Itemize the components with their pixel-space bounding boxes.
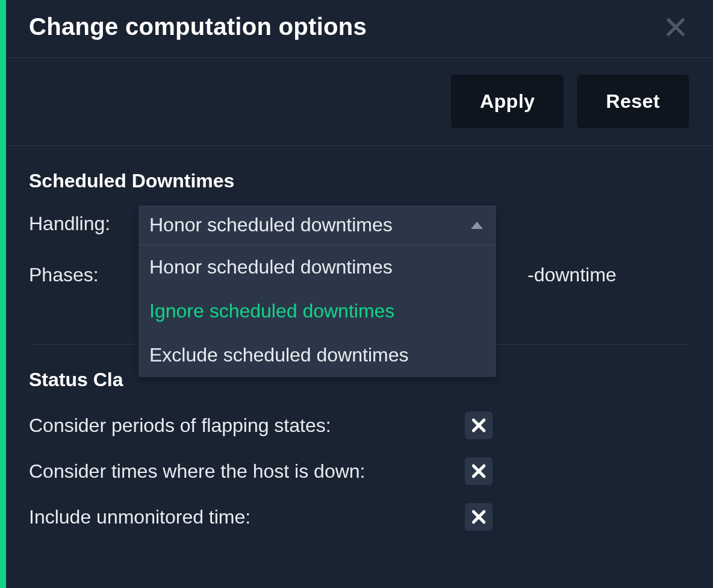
handling-option-exclude[interactable]: Exclude scheduled downtimes — [139, 333, 496, 377]
checkbox-host-down[interactable] — [465, 457, 493, 485]
accent-bar — [0, 0, 6, 588]
caret-up-icon — [471, 222, 483, 229]
handling-option-ignore[interactable]: Ignore scheduled downtimes — [139, 289, 496, 333]
actions-row: Apply Reset — [6, 58, 713, 146]
handling-option-honor[interactable]: Honor scheduled downtimes — [139, 245, 496, 289]
handling-dropdown-selected-text: Honor scheduled downtimes — [149, 214, 393, 236]
dialog-header: Change computation options — [6, 0, 713, 58]
status-row-host-down: Consider times where the host is down: — [29, 457, 689, 485]
status-row-unmonitored: Include unmonitored time: — [29, 503, 689, 531]
phases-value-suffix: -downtime — [528, 264, 617, 286]
status-row-flapping: Consider periods of flapping states: — [29, 411, 689, 439]
scheduled-downtimes-section: Scheduled Downtimes Handling: Honor sche… — [6, 146, 713, 345]
dialog-title: Change computation options — [29, 13, 367, 40]
status-label-unmonitored: Include unmonitored time: — [29, 506, 251, 528]
handling-label: Handling: — [29, 213, 137, 235]
apply-button[interactable]: Apply — [451, 75, 564, 128]
status-label-host-down: Consider times where the host is down: — [29, 460, 365, 483]
section-title-scheduled: Scheduled Downtimes — [29, 170, 689, 192]
handling-row: Handling: Honor scheduled downtimes Hono… — [29, 213, 689, 235]
checkbox-flapping[interactable] — [465, 411, 493, 439]
handling-dropdown-wrapper: Honor scheduled downtimes Honor schedule… — [139, 205, 496, 377]
checkbox-unmonitored[interactable] — [465, 503, 493, 531]
handling-dropdown: Honor scheduled downtimes Honor schedule… — [139, 205, 496, 377]
dialog-panel: Change computation options Apply Reset S… — [6, 0, 713, 588]
close-icon[interactable] — [662, 14, 689, 40]
status-label-flapping: Consider periods of flapping states: — [29, 414, 331, 437]
reset-button[interactable]: Reset — [577, 75, 689, 128]
handling-dropdown-selected[interactable]: Honor scheduled downtimes — [139, 205, 496, 245]
phases-label: Phases: — [29, 264, 137, 286]
